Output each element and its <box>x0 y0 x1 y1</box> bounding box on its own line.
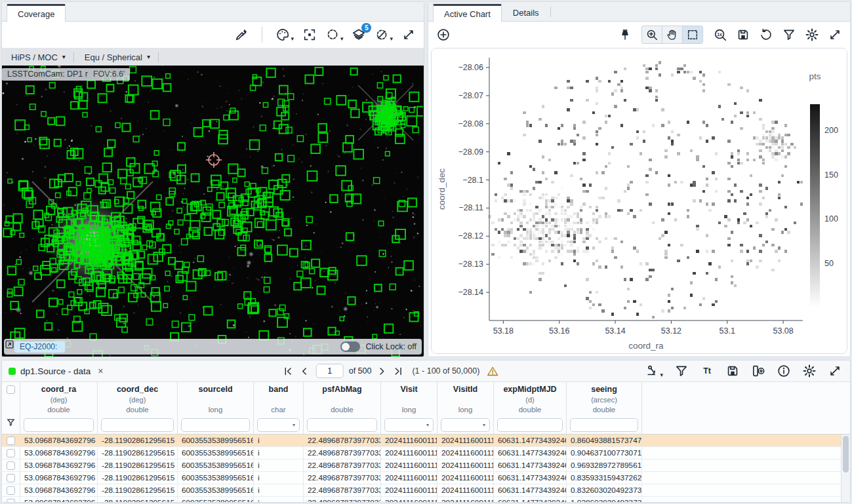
save-button[interactable] <box>724 362 741 379</box>
table-row[interactable]: 53.09687843692796-28.1190286129561560035… <box>2 459 850 472</box>
column-header-VisitId[interactable]: VisitIdlong▾ <box>437 382 494 434</box>
settings-button[interactable] <box>801 362 818 379</box>
scrollbar-thumb[interactable] <box>843 436 849 473</box>
cell-sourceId: 600355353899565160 <box>178 484 254 496</box>
rect-select-button[interactable] <box>683 26 702 43</box>
row-checkbox[interactable] <box>7 449 15 457</box>
page-number-input[interactable] <box>316 364 344 378</box>
click-lock-toggle[interactable] <box>340 341 360 352</box>
row-checkbox[interactable] <box>7 499 15 503</box>
next-page-button[interactable] <box>375 365 388 378</box>
prev-page-button[interactable] <box>298 365 311 378</box>
filter-psfAbMag[interactable] <box>307 418 377 432</box>
expand-button[interactable] <box>826 362 843 379</box>
table-row[interactable]: 53.09687843692796-28.1190286129561560035… <box>2 447 850 459</box>
expand-button[interactable] <box>400 26 417 43</box>
cell-band: i <box>254 497 304 502</box>
text-view-button[interactable]: Tt <box>699 362 716 379</box>
column-filter <box>494 416 566 434</box>
table-pagination: of 500 (1 - 100 of 50,000) <box>282 364 499 378</box>
filter-coord_ra[interactable] <box>24 418 94 432</box>
svg-text:100: 100 <box>824 214 838 223</box>
save-button[interactable] <box>735 26 752 43</box>
column-header-band[interactable]: bandchar▾ <box>254 382 304 434</box>
settings-button[interactable] <box>803 26 821 43</box>
lasso-select-button[interactable]: ▾ <box>324 26 345 43</box>
column-header-Visit[interactable]: Visitlong▾ <box>381 382 437 434</box>
sky-image[interactable] <box>2 66 423 357</box>
pin-button[interactable] <box>617 27 633 43</box>
cell-sourceId: 600355353899565160 <box>178 472 254 484</box>
add-column-button[interactable] <box>750 362 767 379</box>
pan-hand-button[interactable] <box>662 26 683 43</box>
column-unit <box>304 396 380 406</box>
last-page-button[interactable] <box>392 365 404 378</box>
column-unit: (deg) <box>20 396 97 406</box>
table-scrollbar[interactable] <box>841 435 850 502</box>
zoom-in-button[interactable] <box>642 26 662 43</box>
table-row[interactable]: 53.09687843692796-28.1190286129561560035… <box>2 435 850 447</box>
image-toolbar: ▾▾5▾ <box>2 22 424 48</box>
column-header-expMidptMJD[interactable]: expMidptMJD(d)double <box>494 382 567 434</box>
sky-image-card: HiPS / MOC ▾ Equ / Spherical ▾ LSSTComCa… <box>2 48 424 357</box>
column-header-coord_dec[interactable]: coord_dec(deg)double <box>98 382 178 434</box>
tools-button[interactable] <box>233 26 250 43</box>
data-products-button[interactable]: ▾ <box>643 362 664 379</box>
recenter-button[interactable] <box>301 26 318 43</box>
expand-icon <box>828 364 842 378</box>
heatmap-chart[interactable]: 53.1853.1653.1453.1253.153.08−28.06−28.0… <box>432 48 847 353</box>
column-header-coord_ra[interactable]: coord_ra(deg)double <box>20 382 98 434</box>
color-palette-button[interactable]: ▾ <box>274 26 295 43</box>
tab-details[interactable]: Details <box>502 3 550 21</box>
filter-sourceId[interactable] <box>181 418 250 432</box>
table-row[interactable]: 53.09687843692796-28.1190286129561560035… <box>2 472 850 484</box>
restore-button[interactable] <box>758 26 775 43</box>
row-checkbox[interactable] <box>7 461 15 470</box>
row-checkbox[interactable] <box>7 474 15 482</box>
table-tab-close-icon[interactable]: × <box>98 366 103 376</box>
cell-expMidptMJD: 60631.14773439246 <box>494 484 567 496</box>
row-checkbox[interactable] <box>7 436 15 445</box>
filter-VisitId[interactable] <box>441 418 490 432</box>
x-axis-title: coord_ra <box>628 341 664 351</box>
image-instrument-label: LSSTComCam: DP1 r <box>7 69 88 79</box>
row-range-label: (1 - 100 of 50,000) <box>412 366 479 376</box>
table-row[interactable]: 53.09687843692796-28.1190286129561560035… <box>2 497 850 502</box>
column-header-psfAbMag[interactable]: psfAbMagdouble <box>304 382 381 434</box>
table-tab[interactable]: dp1.Source - data × <box>9 366 104 376</box>
info-button[interactable] <box>775 362 792 379</box>
column-name: VisitId <box>437 385 493 396</box>
filter-coord_dec[interactable] <box>101 418 174 432</box>
layers-button[interactable]: 5 <box>350 26 367 43</box>
first-page-button[interactable] <box>282 365 294 378</box>
sky-image-viewer[interactable]: LSSTComCam: DP1 r FOV:6.6' EQ-J2000: Cli… <box>2 66 424 357</box>
expand-button[interactable] <box>826 26 843 43</box>
tab-active-chart[interactable]: Active Chart <box>433 4 502 22</box>
coordinate-system-dropdown[interactable]: Equ / Spherical ▾ <box>83 52 157 62</box>
coordinate-system-label: Equ / Spherical <box>85 52 142 62</box>
filter-expMidptMJD[interactable] <box>497 418 563 432</box>
coordinate-readout[interactable]: EQ-J2000: <box>14 341 65 353</box>
filter-seeing[interactable] <box>570 418 638 432</box>
color-palette-icon <box>275 28 290 42</box>
select-all-checkbox[interactable] <box>7 385 15 394</box>
column-header-seeing[interactable]: seeing(arcsec)double <box>567 382 642 434</box>
filter-Visit[interactable] <box>384 418 434 432</box>
warning-icon[interactable] <box>486 365 498 378</box>
deselect-button[interactable]: ▾ <box>373 26 394 43</box>
table-row[interactable]: 53.09687843692796-28.1190286129561560035… <box>2 484 850 497</box>
hips-moc-dropdown[interactable]: HiPS / MOC ▾ <box>10 52 72 62</box>
column-type: long <box>437 406 493 416</box>
filter-button[interactable] <box>673 362 690 379</box>
cell-band: i <box>254 472 304 484</box>
zoom-1x-button[interactable]: 1x <box>712 26 729 43</box>
app-root: Coverage ▾▾5▾ HiPS / MOC ▾ Equ / Spheric… <box>0 0 852 504</box>
column-header-sourceId[interactable]: sourceIdlong <box>178 382 254 434</box>
filter-row-icon[interactable] <box>6 417 16 430</box>
tab-coverage[interactable]: Coverage <box>7 4 66 22</box>
column-filter <box>20 416 97 434</box>
row-checkbox[interactable] <box>7 486 15 495</box>
add-chart-button[interactable] <box>435 26 452 43</box>
filter-band[interactable] <box>257 418 300 432</box>
filter-button[interactable] <box>781 26 798 43</box>
